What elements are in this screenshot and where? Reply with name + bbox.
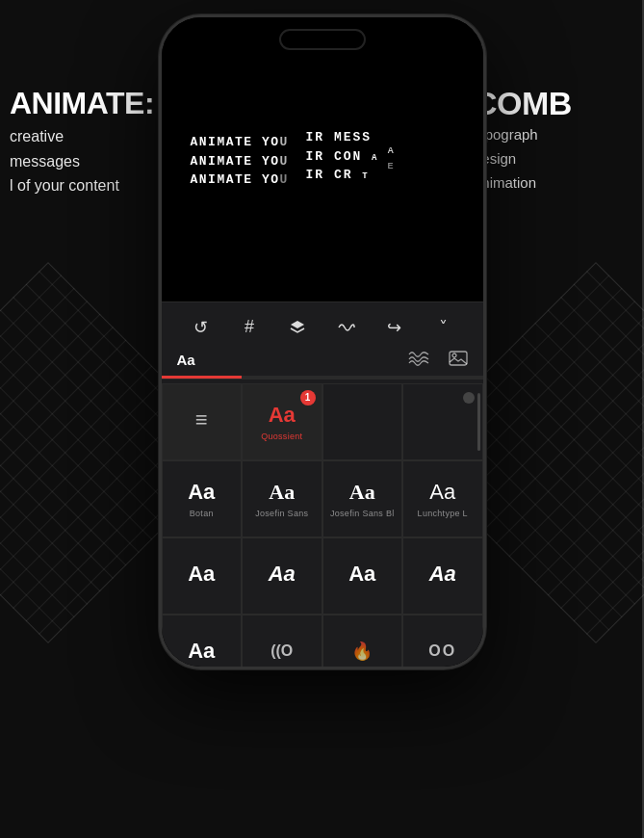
anim-line-2: ANIMATE YOU <box>191 152 289 171</box>
anim-line-1: ANIMATE YOU <box>191 133 289 152</box>
font-preview-r3c0: Aa <box>188 639 215 664</box>
undo-icon[interactable]: ↺ <box>184 310 219 345</box>
scatter-line-2: IR CON A <box>306 147 379 167</box>
font-preview-r3c3: OO <box>428 642 456 660</box>
font-cell-r3c0[interactable]: Aa <box>162 615 243 668</box>
toolbar: ↺ # ↪ <box>162 301 483 383</box>
font-grid[interactable]: ≡ Aa Quossient <box>162 383 483 668</box>
subtitle-line-2: messages <box>10 149 178 174</box>
toolbar-row1: ↺ # ↪ <box>162 310 483 351</box>
wave-tool-icon[interactable] <box>329 310 364 345</box>
hashtag-icon[interactable]: # <box>232 310 267 345</box>
image-icon[interactable] <box>449 351 468 370</box>
font-row-2: Aa Aa Aa Aa <box>162 537 483 615</box>
subtitle-line-3: l of your content <box>10 173 178 198</box>
font-cell-josefin[interactable]: Aa Josefin Sans <box>242 460 322 537</box>
font-preview-r2c1: Aa <box>269 562 296 587</box>
phone-screen: ∧ ANIMATE YOU ANIMATE YOU ANIMATE YOU IR… <box>162 17 483 667</box>
scatter-text: IR MESS IR CON A IR CR T <box>306 128 379 185</box>
comb-subtitle: typograph design animation <box>474 123 644 195</box>
font-cell-r3c2[interactable]: 🔥 <box>322 615 403 668</box>
font-row-1: Aa Botan Aa Josefin Sans Aa Josefin Sans… <box>162 460 483 537</box>
scatter-line-1: IR MESS <box>306 128 379 147</box>
text-tool-button[interactable]: Aa <box>177 352 195 368</box>
phone-content: ANIMATE YOU ANIMATE YOU ANIMATE YOU IR M… <box>162 17 483 667</box>
font-preview-quossient: Aa <box>269 403 296 428</box>
font-row-0: ≡ Aa Quossient <box>162 383 483 460</box>
font-preview-r3c2: 🔥 <box>351 641 373 662</box>
svg-rect-0 <box>450 352 467 365</box>
phone-wrapper: ∧ ANIMATE YOU ANIMATE YOU ANIMATE YOU IR… <box>159 14 486 833</box>
font-cell-r2c1[interactable]: Aa <box>242 537 322 615</box>
font-cell-r2c3[interactable]: Aa <box>402 537 483 615</box>
font-name-lunchtype: Lunchtype L <box>418 509 468 518</box>
font-cell-r3c1[interactable]: ((O <box>242 615 322 668</box>
tab-selector <box>162 376 483 380</box>
phone-notch <box>279 29 366 50</box>
comb-line-1: typograph <box>474 123 644 147</box>
font-preview-josefin: Aa <box>269 480 295 505</box>
anim-line-3: ANIMATE YOU <box>191 170 289 190</box>
font-preview-r2c0: Aa <box>188 562 215 587</box>
font-cell-align[interactable]: ≡ <box>162 383 243 460</box>
small-letters: A E <box>388 143 398 173</box>
font-cell-r2c2[interactable]: Aa <box>322 537 403 615</box>
tab-four[interactable] <box>402 376 483 379</box>
wave-lines-icon[interactable] <box>408 351 429 370</box>
font-preview-botan: Aa <box>188 480 215 505</box>
svg-point-1 <box>452 354 456 357</box>
font-preview-r2c2: Aa <box>348 562 375 587</box>
font-preview-r3c1: ((O <box>270 642 293 660</box>
chevron-down-icon[interactable]: ˅ <box>425 310 460 345</box>
font-preview-r2c3: Aa <box>429 562 456 587</box>
phone-frame: ∧ ANIMATE YOU ANIMATE YOU ANIMATE YOU IR… <box>159 14 486 669</box>
tab-two[interactable] <box>242 376 322 379</box>
comb-line-2: design <box>474 147 644 171</box>
right-panel: COMB typograph design animation <box>466 87 644 195</box>
font-preview-josefin-bl: Aa <box>349 480 375 505</box>
comb-line-3: animation <box>474 171 644 196</box>
font-cell-empty-1[interactable] <box>322 383 403 460</box>
tab-three[interactable] <box>322 376 403 379</box>
font-name-josefin-bl: Josefin Sans Bl <box>330 509 395 518</box>
font-row-3: Aa ((O 🔥 OO <box>162 615 483 668</box>
font-name-quossient: Quossient <box>261 432 302 441</box>
comb-title: COMB <box>474 87 644 119</box>
tab-fonts[interactable] <box>162 376 243 379</box>
font-cell-botan[interactable]: Aa Botan <box>162 460 243 537</box>
font-name-botan: Botan <box>190 509 214 518</box>
font-cell-empty-2[interactable] <box>402 383 483 460</box>
subtitle-line-1: creative <box>10 124 178 149</box>
font-name-josefin: Josefin Sans <box>255 509 308 518</box>
font-cell-r2c0[interactable]: Aa <box>162 537 243 615</box>
animated-text-block: ANIMATE YOU ANIMATE YOU ANIMATE YOU <box>191 133 289 190</box>
font-cell-lunchtype[interactable]: Aa Lunchtype L <box>402 460 483 537</box>
canvas-area[interactable]: ANIMATE YOU ANIMATE YOU ANIMATE YOU IR M… <box>162 17 483 301</box>
toolbar-row2: Aa <box>162 351 483 376</box>
font-cell-josefin-bl[interactable]: Aa Josefin Sans Bl <box>322 460 403 537</box>
left-panel: ANIMATE: creative messages l of your con… <box>0 87 178 198</box>
layers-icon[interactable] <box>280 310 315 345</box>
aa-label: Aa <box>177 352 195 368</box>
font-cell-quossient[interactable]: Aa Quossient <box>242 383 322 460</box>
scatter-line-3: IR CR T <box>306 166 379 185</box>
animate-title: ANIMATE: <box>10 87 178 120</box>
font-cell-r3c3[interactable]: OO <box>402 615 483 668</box>
font-preview-lunchtype: Aa <box>429 480 455 505</box>
animate-subtitle: creative messages l of your content <box>10 124 178 198</box>
align-icon: ≡ <box>195 407 208 432</box>
scrollbar[interactable] <box>477 393 480 451</box>
share-icon[interactable]: ↪ <box>377 310 412 345</box>
